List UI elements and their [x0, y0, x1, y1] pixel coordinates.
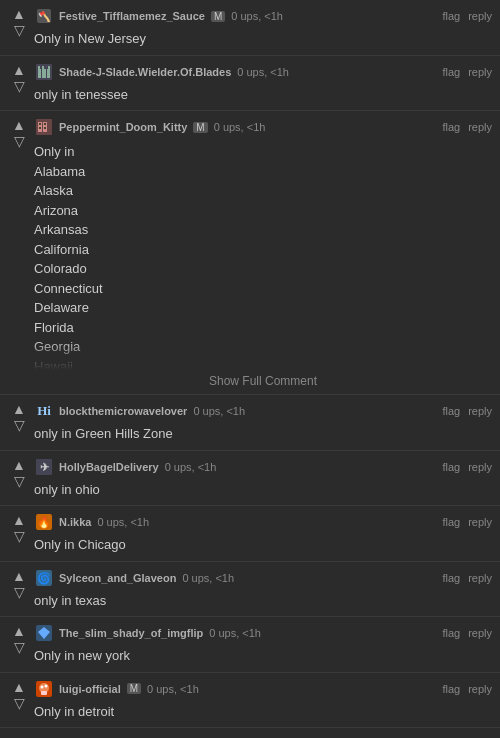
avatar: E	[34, 734, 54, 738]
svg-point-27	[45, 684, 48, 687]
svg-text:🪓: 🪓	[38, 10, 51, 23]
reply-link[interactable]: reply	[468, 627, 492, 639]
svg-rect-13	[44, 123, 46, 125]
comment-text: only in ohio	[34, 480, 492, 500]
username[interactable]: The_slim_shady_of_imgflip	[59, 627, 203, 639]
flag-link[interactable]: flag	[442, 627, 460, 639]
avatar: Hi	[34, 401, 54, 421]
svg-rect-14	[39, 127, 41, 129]
svg-point-26	[41, 685, 44, 688]
comment-meta: 0 ups, <1h	[231, 10, 283, 22]
avatar	[34, 623, 54, 643]
flag-link[interactable]: flag	[442, 516, 460, 528]
comment-block: ▲ ▽ The_slim_shady_of_imgflip0 ups, <1hf…	[0, 617, 500, 673]
flag-link[interactable]: flag	[442, 121, 460, 133]
svg-rect-6	[38, 66, 40, 70]
downvote-button[interactable]: ▽	[14, 473, 25, 489]
reply-link[interactable]: reply	[468, 572, 492, 584]
svg-rect-4	[42, 69, 46, 78]
svg-rect-3	[38, 69, 41, 78]
downvote-button[interactable]: ▽	[14, 133, 25, 149]
reply-link[interactable]: reply	[468, 516, 492, 528]
comment-text: Only in New Jersey	[34, 29, 492, 49]
reply-link[interactable]: reply	[468, 66, 492, 78]
svg-text:🔥: 🔥	[37, 515, 51, 529]
downvote-button[interactable]: ▽	[14, 695, 25, 711]
upvote-button[interactable]: ▲	[12, 457, 26, 473]
downvote-button[interactable]: ▽	[14, 22, 25, 38]
svg-rect-7	[42, 66, 44, 70]
upvote-button[interactable]: ▲	[12, 734, 26, 738]
comment-block: ▲ ▽ EEyzaraqilia0 ups, <1hflagdeleterepl…	[0, 728, 500, 738]
reply-link[interactable]: reply	[468, 683, 492, 695]
avatar	[34, 679, 54, 699]
flag-link[interactable]: flag	[442, 10, 460, 22]
show-full-comment-button[interactable]: Show Full Comment	[34, 374, 492, 388]
downvote-button[interactable]: ▽	[14, 639, 25, 655]
flag-link[interactable]: flag	[442, 405, 460, 417]
comment-meta: 0 ups, <1h	[147, 683, 199, 695]
comment-text: only in tenessee	[34, 85, 492, 105]
downvote-button[interactable]: ▽	[14, 417, 25, 433]
comment-text: Only in new york	[34, 646, 492, 666]
upvote-button[interactable]: ▲	[12, 623, 26, 639]
svg-rect-28	[41, 691, 47, 695]
flag-link[interactable]: flag	[442, 461, 460, 473]
svg-rect-8	[48, 66, 50, 70]
username[interactable]: Shade-J-Slade.Wielder.Of.Blades	[59, 66, 231, 78]
upvote-button[interactable]: ▲	[12, 679, 26, 695]
avatar	[34, 62, 54, 82]
downvote-button[interactable]: ▽	[14, 528, 25, 544]
comment-block: ▲ ▽ 🔥N.ikka0 ups, <1hflagreplyOnly in Ch…	[0, 506, 500, 562]
username[interactable]: N.ikka	[59, 516, 91, 528]
upvote-button[interactable]: ▲	[12, 512, 26, 528]
avatar: 🔥	[34, 512, 54, 532]
upvote-button[interactable]: ▲	[12, 62, 26, 78]
avatar: 🌀	[34, 568, 54, 588]
comment-meta: 0 ups, <1h	[237, 66, 289, 78]
flag-link[interactable]: flag	[442, 66, 460, 78]
upvote-button[interactable]: ▲	[12, 568, 26, 584]
comment-text: Only in Chicago	[34, 535, 492, 555]
avatar: 🪓	[34, 6, 54, 26]
username[interactable]: HollyBagelDelivery	[59, 461, 159, 473]
reply-link[interactable]: reply	[468, 10, 492, 22]
svg-text:✈: ✈	[40, 461, 50, 473]
username[interactable]: Peppermint_Doom_Kitty	[59, 121, 187, 133]
comment-block: ▲ ▽ Peppermint_Doom_KittyM0 ups, <1hflag…	[0, 111, 500, 395]
comment-meta: 0 ups, <1h	[209, 627, 261, 639]
upvote-button[interactable]: ▲	[12, 6, 26, 22]
comment-meta: 0 ups, <1h	[182, 572, 234, 584]
comment-meta: 0 ups, <1h	[214, 121, 266, 133]
username[interactable]: blockthemicrowavelover	[59, 405, 187, 417]
downvote-button[interactable]: ▽	[14, 78, 25, 94]
mod-badge: M	[193, 122, 207, 133]
comment-text: Only in detroit	[34, 702, 492, 722]
svg-rect-5	[47, 69, 50, 78]
reply-link[interactable]: reply	[468, 461, 492, 473]
comment-meta: 0 ups, <1h	[165, 461, 217, 473]
flag-link[interactable]: flag	[442, 572, 460, 584]
comment-block: ▲ ▽ 🪓Festive_Tifflamemez_SauceM0 ups, <1…	[0, 0, 500, 56]
comment-text-truncated: Only in Alabama Alaska Arizona Arkansas …	[34, 140, 492, 370]
comment-block: ▲ ▽ ✈HollyBagelDelivery0 ups, <1hflagrep…	[0, 451, 500, 507]
comment-meta: 0 ups, <1h	[193, 405, 245, 417]
username[interactable]: Sylceon_and_Glaveon	[59, 572, 176, 584]
upvote-button[interactable]: ▲	[12, 117, 26, 133]
comment-meta: 0 ups, <1h	[97, 516, 149, 528]
comment-block: ▲ ▽ Shade-J-Slade.Wielder.Of.Blades0 ups…	[0, 56, 500, 112]
svg-text:🌀: 🌀	[37, 571, 51, 585]
mod-badge: M	[211, 11, 225, 22]
comment-text: only in texas	[34, 591, 492, 611]
comment-block: ▲ ▽ luigi-officialM0 ups, <1hflagreplyOn…	[0, 673, 500, 729]
avatar	[34, 117, 54, 137]
upvote-button[interactable]: ▲	[12, 401, 26, 417]
downvote-button[interactable]: ▽	[14, 584, 25, 600]
avatar: ✈	[34, 457, 54, 477]
reply-link[interactable]: reply	[468, 405, 492, 417]
username[interactable]: luigi-official	[59, 683, 121, 695]
reply-link[interactable]: reply	[468, 121, 492, 133]
comment-text: only in Green Hills Zone	[34, 424, 492, 444]
flag-link[interactable]: flag	[442, 683, 460, 695]
username[interactable]: Festive_Tifflamemez_Sauce	[59, 10, 205, 22]
